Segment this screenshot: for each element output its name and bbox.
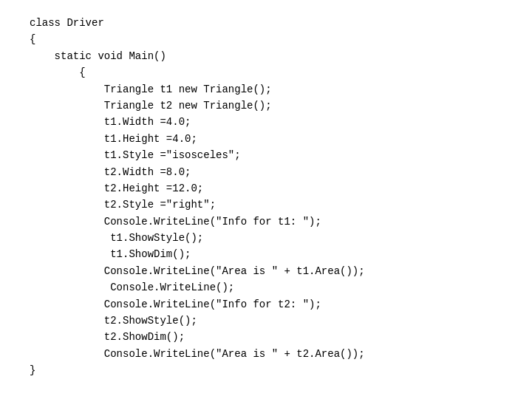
code-line: } — [30, 362, 502, 378]
code-line: t2.Height =12.0; — [30, 180, 502, 197]
code-line: t1.Height =4.0; — [30, 131, 502, 147]
code-line: Console.WriteLine(); — [30, 279, 502, 296]
code-line: t1.Width =4.0; — [30, 114, 502, 130]
code-line: t1.ShowDim(); — [30, 246, 502, 262]
code-line: Console.WriteLine("Info for t1: "); — [30, 214, 502, 230]
code-line: Console.WriteLine("Area is " + t1.Area()… — [30, 263, 502, 279]
code-line: Console.WriteLine("Area is " + t2.Area()… — [30, 346, 502, 362]
code-line: static void Main() — [30, 48, 502, 64]
code-line: Triangle t2 new Triangle(); — [30, 98, 502, 114]
code-line: t2.ShowStyle(); — [30, 313, 502, 329]
code-line: Console.WriteLine("Info for t2: "); — [30, 296, 502, 313]
code-line: t2.ShowDim(); — [30, 329, 502, 345]
code-line: t1.ShowStyle(); — [30, 230, 502, 246]
code-line: { — [30, 64, 502, 81]
code-line: t2.Width =8.0; — [30, 164, 502, 180]
code-line: Triangle t1 new Triangle(); — [30, 81, 502, 98]
code-container: class Driver{ static void Main() { Trian… — [0, 0, 532, 394]
code-line: { — [30, 31, 502, 47]
code-line: class Driver — [30, 15, 502, 31]
code-line: t1.Style ="isosceles"; — [30, 147, 502, 163]
code-line: t2.Style ="right"; — [30, 197, 502, 213]
